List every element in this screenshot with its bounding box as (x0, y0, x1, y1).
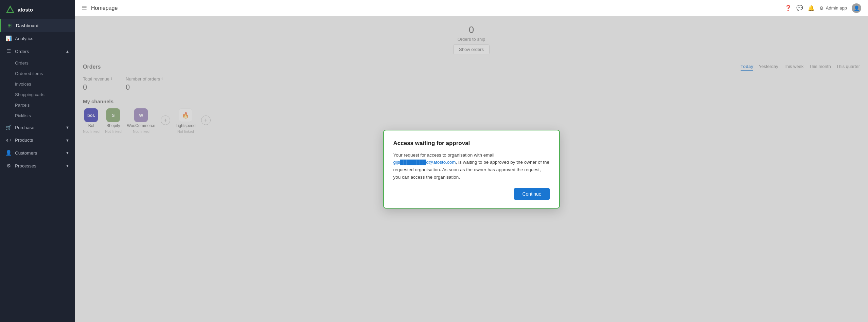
gear-icon: ⚙ (819, 5, 824, 11)
products-chevron-icon: ▼ (66, 138, 69, 142)
sidebar-nav: ⊞ Dashboard 📊 Analytics ☰ Orders ▲ Order… (0, 19, 75, 322)
sidebar-item-purchase[interactable]: 🛒 Purchase ▼ (0, 121, 75, 134)
sub-picklists-label: Picklists (15, 113, 31, 118)
modal-dialog: Access waiting for approval Your request… (383, 130, 560, 209)
page-content: 0 Orders to ship Show orders Orders Toda… (75, 16, 868, 322)
sub-parcels-label: Parcels (15, 103, 30, 108)
sidebar-item-orders-label: Orders (15, 49, 29, 54)
customers-icon: 👤 (5, 150, 12, 156)
sidebar-item-products-label: Products (15, 138, 33, 143)
dashboard-icon: ⊞ (6, 22, 13, 29)
sub-invoices-label: Invoices (15, 82, 31, 87)
sidebar-sub-item-ordered-items[interactable]: Ordered items (0, 68, 75, 79)
orders-icon: ☰ (5, 48, 12, 54)
modal-body-prefix: Your request for access to organisation … (393, 153, 494, 158)
modal-title: Access waiting for approval (393, 140, 550, 147)
logo-text: afosto (18, 7, 33, 13)
sidebar-item-dashboard[interactable]: ⊞ Dashboard (0, 19, 75, 32)
avatar[interactable]: 👤 (852, 3, 861, 13)
help-icon[interactable]: ❓ (785, 5, 792, 11)
logo[interactable]: afosto (0, 0, 75, 19)
topbar: ☰ Homepage ❓ 💬 🔔 ⚙ Admin app 👤 (75, 0, 868, 16)
chat-icon[interactable]: 💬 (796, 5, 803, 11)
purchase-chevron-icon: ▼ (66, 125, 69, 129)
sidebar-sub-item-parcels[interactable]: Parcels (0, 100, 75, 110)
modal-footer: Continue (393, 188, 550, 200)
sub-shopping-carts-label: Shopping carts (15, 92, 45, 97)
sidebar-item-customers-label: Customers (15, 150, 37, 156)
sidebar-item-dashboard-label: Dashboard (16, 23, 38, 28)
processes-icon: ⚙ (5, 163, 12, 169)
sidebar-item-products[interactable]: 🏷 Products ▼ (0, 134, 75, 146)
customers-chevron-icon: ▼ (66, 151, 69, 155)
main-area: ☰ Homepage ❓ 💬 🔔 ⚙ Admin app 👤 0 Orders … (75, 0, 868, 322)
sidebar-sub-item-orders[interactable]: Orders (0, 58, 75, 68)
sidebar-item-analytics-label: Analytics (15, 36, 33, 41)
sub-ordered-items-label: Ordered items (15, 71, 43, 76)
sidebar-item-orders[interactable]: ☰ Orders ▲ (0, 45, 75, 58)
afosto-logo-icon (5, 5, 15, 14)
sidebar-item-purchase-label: Purchase (15, 125, 34, 130)
modal-overlay: Access waiting for approval Your request… (75, 16, 868, 322)
products-icon: 🏷 (5, 137, 12, 143)
sub-orders-label: Orders (15, 60, 29, 66)
sidebar-sub-item-invoices[interactable]: Invoices (0, 79, 75, 89)
bell-icon[interactable]: 🔔 (808, 5, 815, 11)
sidebar-item-processes-label: Processes (15, 163, 36, 168)
processes-chevron-icon: ▼ (66, 164, 69, 168)
admin-app-button[interactable]: ⚙ Admin app (819, 5, 847, 11)
sidebar-item-customers[interactable]: 👤 Customers ▼ (0, 146, 75, 159)
sidebar-sub-item-shopping-carts[interactable]: Shopping carts (0, 89, 75, 100)
sidebar-item-processes[interactable]: ⚙ Processes ▼ (0, 159, 75, 172)
sidebar: afosto ⊞ Dashboard 📊 Analytics ☰ Orders … (0, 0, 75, 322)
admin-app-label: Admin app (826, 5, 847, 11)
purchase-icon: 🛒 (5, 124, 12, 130)
sidebar-sub-item-picklists[interactable]: Picklists (0, 110, 75, 121)
menu-icon[interactable]: ☰ (82, 4, 87, 12)
sidebar-item-analytics[interactable]: 📊 Analytics (0, 32, 75, 45)
analytics-icon: 📊 (5, 35, 12, 41)
orders-chevron-icon: ▲ (66, 49, 69, 53)
modal-body: Your request for access to organisation … (393, 151, 550, 181)
modal-continue-button[interactable]: Continue (514, 188, 549, 200)
page-title: Homepage (91, 5, 781, 11)
modal-email[interactable]: gijs████████d@afosto.com (393, 160, 456, 165)
topbar-actions: ❓ 💬 🔔 ⚙ Admin app 👤 (785, 3, 861, 13)
